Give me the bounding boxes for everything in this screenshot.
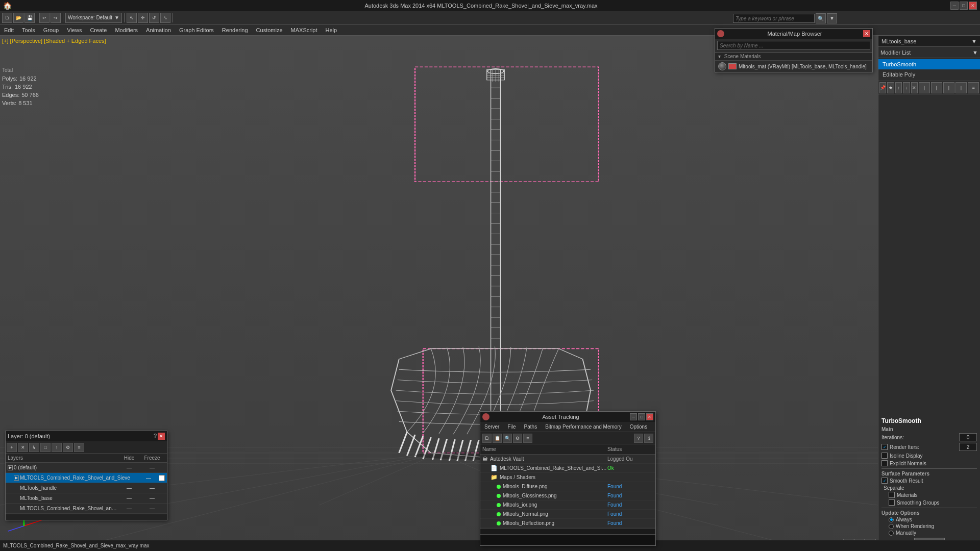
isoline-checkbox[interactable] bbox=[881, 453, 888, 459]
mat-browser-search-input[interactable] bbox=[717, 41, 870, 50]
menu-modifiers[interactable]: Modifiers bbox=[111, 24, 142, 36]
menu-create[interactable]: Create bbox=[86, 24, 111, 36]
add-to-layer-button[interactable]: ↳ bbox=[29, 443, 39, 452]
new-layer-button[interactable]: + bbox=[7, 443, 17, 452]
move-button[interactable]: ✛ bbox=[138, 13, 148, 23]
open-button[interactable]: 📂 bbox=[13, 13, 23, 23]
close-button[interactable]: ✕ bbox=[969, 2, 977, 10]
asset-scrollbar[interactable] bbox=[480, 528, 655, 534]
asset-minimize-button[interactable]: ─ bbox=[630, 413, 637, 420]
always-radio[interactable] bbox=[889, 517, 894, 522]
asset-info-btn[interactable]: ℹ bbox=[644, 434, 653, 443]
move-down-button[interactable]: ↓ bbox=[903, 82, 910, 93]
asset-row-vault[interactable]: 🏛 Autodesk Vault Logged Ou bbox=[480, 455, 655, 464]
rotate-button[interactable]: ↺ bbox=[149, 13, 159, 23]
manually-radio[interactable] bbox=[889, 531, 894, 536]
layer-help[interactable]: ? bbox=[154, 433, 157, 440]
explicit-normals-checkbox[interactable] bbox=[881, 460, 888, 466]
maximize-button[interactable]: □ bbox=[960, 2, 968, 10]
asset-close-button[interactable]: ✕ bbox=[646, 413, 653, 420]
asset-input-area[interactable] bbox=[480, 534, 655, 545]
turbosmooth-modifier[interactable]: TurboSmooth bbox=[878, 59, 980, 69]
redo-button[interactable]: ↪ bbox=[51, 13, 61, 23]
search-input[interactable] bbox=[733, 14, 815, 23]
search-button[interactable]: 🔍 bbox=[816, 13, 826, 23]
search-options-button[interactable]: ▼ bbox=[827, 13, 837, 23]
menu-views[interactable]: Views bbox=[63, 24, 86, 36]
minimize-button[interactable]: ─ bbox=[950, 2, 959, 10]
layer-row[interactable]: MLTools_base — — bbox=[6, 493, 167, 504]
render-iters-input[interactable] bbox=[959, 443, 977, 451]
icon-button-2[interactable]: | bbox=[931, 82, 942, 93]
layer-row[interactable]: ▶ 0 (default) — — bbox=[6, 463, 167, 473]
icon-button-3[interactable]: | bbox=[943, 82, 954, 93]
menu-group[interactable]: Group bbox=[39, 24, 63, 36]
asset-row-ior[interactable]: Mltools_ior.png Found bbox=[480, 500, 655, 510]
when-rendering-radio[interactable] bbox=[889, 524, 894, 529]
tree-toggle-2[interactable]: ▶ bbox=[14, 475, 19, 481]
save-button[interactable]: 💾 bbox=[24, 13, 35, 23]
asset-row-reflection[interactable]: Mltools_Reflection.png Found bbox=[480, 519, 655, 528]
smoothing-groups-checkbox[interactable] bbox=[889, 499, 895, 506]
asset-tb-btn-5[interactable]: ≡ bbox=[523, 434, 532, 443]
undo-button[interactable]: ↩ bbox=[39, 13, 50, 23]
asset-row-normal[interactable]: Mltools_Normal.png Found bbox=[480, 510, 655, 519]
asset-tb-btn-3[interactable]: 🔍 bbox=[503, 434, 512, 443]
layer-panel-scrollbar[interactable] bbox=[6, 514, 167, 520]
asset-help-btn[interactable]: ? bbox=[634, 434, 643, 443]
move-layer-button[interactable]: ↑ bbox=[52, 443, 62, 452]
asset-row-maps[interactable]: 📁 Maps / Shaders bbox=[480, 473, 655, 482]
render-iters-checkbox[interactable] bbox=[881, 444, 888, 450]
editable-poly-modifier[interactable]: Editable Poly bbox=[878, 69, 980, 80]
asset-maximize-button[interactable]: □ bbox=[638, 413, 645, 420]
layer-close-button[interactable]: ✕ bbox=[158, 433, 165, 440]
iterations-label: Iterations: bbox=[881, 435, 957, 440]
scale-button[interactable]: ⤡ bbox=[160, 13, 170, 23]
menu-tools[interactable]: Tools bbox=[18, 24, 39, 36]
select-layer-button[interactable]: □ bbox=[40, 443, 51, 452]
asset-menu-options[interactable]: Options bbox=[626, 422, 651, 432]
menu-graph-editors[interactable]: Graph Editors bbox=[175, 24, 218, 36]
new-button[interactable]: 🗋 bbox=[2, 13, 12, 23]
workspace-dropdown[interactable]: Workspace: Default ▼ bbox=[65, 13, 122, 23]
asset-row-diffuse[interactable]: Mltools_Diffuse.png Found bbox=[480, 482, 655, 491]
delete-layer-button[interactable]: ✕ bbox=[18, 443, 28, 452]
menu-animation[interactable]: Animation bbox=[142, 24, 175, 36]
materials-checkbox[interactable] bbox=[889, 492, 895, 498]
highlight-button[interactable]: ★ bbox=[887, 82, 894, 93]
menu-help[interactable]: Help bbox=[322, 24, 341, 36]
menu-customize[interactable]: Customize bbox=[252, 24, 287, 36]
asset-tb-btn-2[interactable]: 📋 bbox=[493, 434, 502, 443]
asset-tb-btn-4[interactable]: ⚙ bbox=[513, 434, 522, 443]
icon-button-4[interactable]: | bbox=[955, 82, 967, 93]
material-item[interactable]: Mltools_mat (VRayMtl) [MLTools_base, MLT… bbox=[715, 61, 872, 72]
layer-more-button[interactable]: ≡ bbox=[74, 443, 84, 452]
iterations-input[interactable] bbox=[959, 433, 977, 441]
asset-row-maxfile[interactable]: 📄 MLTOOLS_Combined_Rake_Shovel_and_Sieve… bbox=[480, 464, 655, 473]
asset-tb-btn-1[interactable]: 🗋 bbox=[482, 434, 492, 443]
tree-toggle[interactable]: ▶ bbox=[8, 465, 13, 470]
asset-menu-file[interactable]: File bbox=[503, 422, 520, 432]
layer-row[interactable]: MLTOOLS_Combined_Rake_Shovel_and_Sieve —… bbox=[6, 504, 167, 514]
layer-options-button[interactable]: ⚙ bbox=[63, 443, 73, 452]
icon-button-1[interactable]: | bbox=[919, 82, 930, 93]
pin-button[interactable]: 📌 bbox=[879, 82, 886, 93]
layer-row[interactable]: MLTools_handle — — bbox=[6, 483, 167, 493]
right-panel: MLtools_base ▼ Modifier List ▼ TurboSmoo… bbox=[878, 36, 980, 551]
smooth-result-checkbox[interactable] bbox=[881, 478, 888, 484]
layer-freeze-check[interactable] bbox=[159, 475, 165, 481]
remove-button[interactable]: ✕ bbox=[911, 82, 918, 93]
icon-button-5[interactable]: ≡ bbox=[968, 82, 979, 93]
select-button[interactable]: ↖ bbox=[127, 13, 137, 23]
mat-browser-close[interactable]: ✕ bbox=[863, 30, 870, 37]
asset-menu-paths[interactable]: Paths bbox=[520, 422, 542, 432]
asset-row-glossiness[interactable]: Mltools_Glossiness.png Found bbox=[480, 491, 655, 500]
layer-row[interactable]: ▶ MLTOOLS_Combined_Rake_Shovel_and_Sieve… bbox=[6, 473, 167, 483]
move-up-button[interactable]: ↑ bbox=[895, 82, 902, 93]
asset-path-input[interactable] bbox=[480, 535, 655, 545]
asset-menu-server[interactable]: Server bbox=[480, 422, 503, 432]
menu-edit[interactable]: Edit bbox=[0, 24, 18, 36]
menu-rendering[interactable]: Rendering bbox=[218, 24, 252, 36]
menu-maxscript[interactable]: MAXScript bbox=[287, 24, 322, 36]
asset-menu-bitmap-perf[interactable]: Bitmap Performance and Memory bbox=[541, 422, 626, 432]
